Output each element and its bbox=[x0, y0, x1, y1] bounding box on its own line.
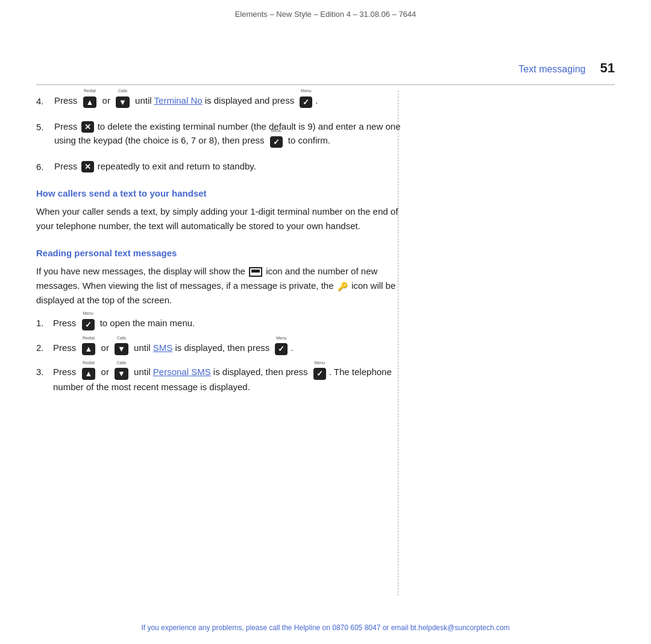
check-menu-btn-3: Menu bbox=[312, 366, 327, 380]
calls-down-btn-3: Calls bbox=[113, 366, 130, 380]
reading-steps-list: 1. Press Menu to open the main menu. 2. … bbox=[36, 316, 410, 394]
reading-step-2-num: 2. bbox=[36, 341, 53, 355]
step-5: 5. Press to delete the existing terminal… bbox=[36, 119, 410, 148]
step-5-num: 5. bbox=[36, 119, 54, 134]
check-menu-btn-2: Menu bbox=[274, 341, 289, 355]
redial-up-btn-4: Redial bbox=[82, 94, 98, 108]
personal-sms-label: Personal SMS bbox=[153, 367, 211, 377]
main-content: 4. Press Redial or Calls until Terminal … bbox=[36, 93, 410, 596]
check-menu-btn-1: Menu bbox=[81, 317, 96, 330]
reading-step-2-content: Press Redial or Calls until SMS is displ… bbox=[53, 341, 410, 356]
redial-up-icon[interactable] bbox=[83, 96, 97, 109]
reading-step-3-num: 3. bbox=[36, 365, 53, 379]
header-title: Elements – New Style – Edition 4 – 31.08… bbox=[235, 10, 417, 19]
step-4-num: 4. bbox=[36, 93, 54, 108]
step-6: 6. Press repeatedly to exit and return t… bbox=[36, 159, 410, 174]
reading-step-1-content: Press Menu to open the main menu. bbox=[53, 316, 410, 331]
steps-list: 4. Press Redial or Calls until Terminal … bbox=[36, 93, 410, 174]
step-4: 4. Press Redial or Calls until Terminal … bbox=[36, 93, 410, 109]
check-menu-icon-2[interactable] bbox=[275, 343, 288, 355]
check-icon-5[interactable] bbox=[270, 136, 283, 148]
reading-step-3: 3. Press Redial or Calls until Personal … bbox=[36, 365, 410, 394]
lock-icon: 🔑 bbox=[338, 280, 348, 293]
cross-icon-5[interactable] bbox=[81, 121, 94, 133]
calls-down-btn-4: Calls bbox=[115, 94, 131, 108]
reading-step-3-content: Press Redial or Calls until Personal SMS… bbox=[53, 365, 410, 394]
step-6-content: Press repeatedly to exit and return to s… bbox=[54, 159, 410, 173]
check-icon-4[interactable] bbox=[300, 96, 312, 109]
calls-down-icon-2[interactable] bbox=[115, 343, 128, 355]
redial-up-btn-2: Redial bbox=[81, 341, 97, 355]
section-para-1: When your caller sends a text, by simply… bbox=[36, 204, 410, 233]
step-5-content: Press to delete the existing terminal nu… bbox=[54, 119, 410, 148]
calls-down-icon[interactable] bbox=[116, 96, 130, 109]
section-heading-1: How callers send a text to your handset bbox=[36, 188, 410, 198]
terminal-no-label: Terminal No bbox=[154, 95, 203, 106]
cross-icon-6[interactable] bbox=[81, 161, 94, 173]
redial-up-icon-2[interactable] bbox=[82, 343, 96, 355]
check-btn-5: Menu bbox=[269, 134, 284, 148]
reading-step-1-num: 1. bbox=[36, 316, 53, 330]
divider-line bbox=[36, 84, 615, 85]
footer-bar: If you experience any problems, please c… bbox=[36, 623, 615, 632]
check-menu-icon-3[interactable] bbox=[313, 368, 326, 380]
section-title: Text messaging bbox=[518, 64, 585, 75]
section-para-2: If you have new messages, the display wi… bbox=[36, 264, 410, 308]
message-icon bbox=[249, 267, 262, 277]
step-6-num: 6. bbox=[36, 159, 54, 174]
step-4-content: Press Redial or Calls until Terminal No … bbox=[54, 93, 410, 109]
reading-step-1: 1. Press Menu to open the main menu. bbox=[36, 316, 410, 331]
calls-down-btn-2: Calls bbox=[113, 341, 130, 355]
check-menu-icon-1[interactable] bbox=[82, 319, 95, 331]
sms-label: SMS bbox=[153, 343, 173, 353]
footer-text: If you experience any problems, please c… bbox=[141, 623, 509, 632]
section-heading-2: Reading personal text messages bbox=[36, 248, 410, 258]
page-header: Elements – New Style – Edition 4 – 31.08… bbox=[0, 0, 651, 24]
page-number: 51 bbox=[600, 60, 615, 76]
calls-down-icon-3[interactable] bbox=[115, 368, 128, 380]
check-btn-4: Menu bbox=[298, 94, 313, 108]
redial-up-icon-3[interactable] bbox=[82, 368, 96, 380]
redial-up-btn-3: Redial bbox=[81, 366, 97, 380]
top-right: Text messaging 51 bbox=[518, 60, 615, 76]
reading-step-2: 2. Press Redial or Calls until SMS is di… bbox=[36, 341, 410, 356]
